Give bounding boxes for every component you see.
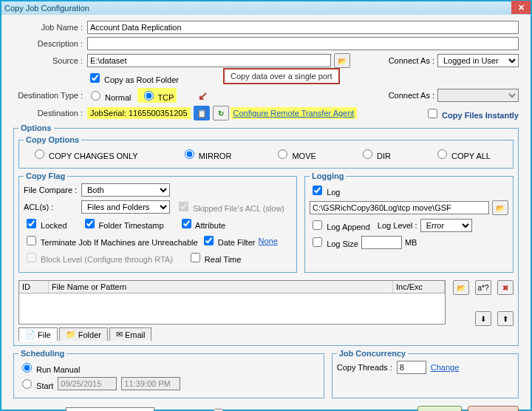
dest-type-label: Destination Type : — [13, 91, 87, 100]
dest-type-normal-radio[interactable]: Normal — [87, 89, 132, 102]
dir-radio[interactable]: DIR — [359, 147, 391, 160]
dest-type-tcp-radio[interactable]: TCP — [137, 88, 177, 103]
folder-ts-checkbox[interactable]: Folder Timestamp — [82, 217, 164, 231]
logging-legend: Logging — [310, 171, 346, 180]
col-id: ID — [19, 281, 49, 293]
wildcard-filter-button[interactable]: a*? — [475, 280, 491, 295]
connect-as-1-label: Connect As : — [389, 56, 434, 65]
file-compare-select[interactable]: Both — [81, 183, 170, 197]
add-filter-button[interactable]: 📂 — [453, 280, 469, 295]
log-path-input[interactable] — [310, 201, 489, 214]
log-size-checkbox[interactable]: Log Size — [310, 235, 358, 249]
configure-rta-link[interactable]: Configure Remote Transfer Agent — [233, 109, 355, 118]
hint-callout: Copy data over a single port — [223, 68, 340, 84]
source-input[interactable] — [87, 54, 331, 67]
job-name-input[interactable] — [87, 21, 519, 34]
copy-flag-legend: Copy Flag — [24, 171, 67, 180]
copy-options-legend: Copy Options — [24, 135, 81, 144]
terminate-checkbox[interactable]: Terminate Job If Machines are Unreachabl… — [24, 234, 198, 248]
concurrency-group: Job Concurrency Copy Threads : Change — [332, 349, 519, 398]
job-status-select[interactable]: Enabled — [66, 407, 154, 412]
col-incexc: Inc/Exc — [393, 281, 445, 293]
attribute-checkbox[interactable]: Attribute — [179, 217, 225, 231]
copy-serial-button[interactable]: 📋 — [194, 106, 210, 120]
run-as-service-checkbox[interactable]: Run as Service — [211, 407, 286, 411]
log-append-checkbox[interactable]: Log Append — [310, 218, 370, 232]
copy-options-group: Copy Options COPY CHANGES ONLY MIRROR MO… — [18, 135, 514, 169]
locked-checkbox[interactable]: Locked — [24, 217, 67, 231]
tab-folder[interactable]: 📁Folder — [59, 327, 108, 341]
destination-label: Destination : — [13, 109, 87, 118]
move-radio[interactable]: MOVE — [274, 147, 316, 160]
copy-files-instantly-checkbox[interactable]: Copy Files Instantly — [425, 106, 519, 120]
log-size-input[interactable] — [361, 236, 402, 249]
scheduling-group: Scheduling Run Manual Start — [13, 349, 324, 398]
copy-flag-group: Copy Flag File Compare : Both ACL(s) : F… — [18, 171, 297, 273]
export-button[interactable]: ⬆ — [497, 311, 514, 326]
configure-rta-link-wrap: Configure Remote Transfer Agent — [231, 107, 358, 119]
browse-log-button[interactable]: 📂 — [492, 200, 508, 215]
job-serial-display: JobSerial: 1165500351205 — [87, 107, 191, 119]
mb-label: MB — [405, 238, 417, 247]
job-name-label: Job Name : — [13, 23, 87, 32]
start-radio[interactable]: Start — [18, 377, 53, 390]
browse-source-button[interactable]: 📂 — [334, 53, 350, 68]
filter-buttons-column: 📂 a*? ✖ ⬇ ⬆ — [450, 280, 514, 341]
copy-threads-label: Copy Threads : — [337, 363, 392, 372]
real-time-checkbox[interactable]: Real Time — [188, 251, 242, 265]
refresh-button[interactable]: ↻ — [213, 106, 229, 120]
acls-select[interactable]: Files and Folders — [81, 200, 170, 214]
copy-all-radio[interactable]: COPY ALL — [434, 147, 491, 160]
hint-arrow-icon: ↙ — [198, 89, 208, 103]
description-label: Description : — [13, 39, 87, 48]
file-icon: 📄 — [25, 330, 35, 339]
block-level-checkbox: Block Level (Configure through RTA) — [24, 251, 173, 265]
log-level-label: Log Level : — [378, 221, 417, 230]
delete-filter-button[interactable]: ✖ — [497, 280, 514, 295]
dialog-window: Copy Job Configuration ✕ Job Name : Desc… — [0, 0, 532, 411]
import-button[interactable]: ⬇ — [475, 311, 491, 326]
log-checkbox[interactable]: Log — [310, 183, 340, 197]
date-filter-checkbox[interactable]: Date Filter — [201, 234, 256, 248]
col-file: File Name or Pattern — [49, 281, 393, 293]
connect-as-2-label: Connect As : — [389, 91, 434, 100]
sched-time-input[interactable] — [121, 377, 180, 390]
acls-label: ACL(s) : — [24, 203, 81, 211]
window-title: Copy Job Configuration — [4, 4, 511, 13]
tab-email[interactable]: ✉Email — [109, 327, 152, 341]
date-filter-none-link[interactable]: None — [258, 237, 277, 245]
close-button[interactable]: ✕ — [511, 1, 531, 14]
folder-icon: 📁 — [66, 330, 76, 339]
copy-threads-input[interactable] — [397, 361, 426, 374]
logging-group: Logging Log 📂 Log Append Log Level : Err… — [304, 171, 514, 273]
sched-date-input[interactable] — [58, 377, 117, 390]
copy-as-root-checkbox[interactable]: Copy as Root Folder — [87, 71, 179, 85]
scheduling-legend: Scheduling — [18, 349, 66, 358]
source-label: Source : — [13, 56, 87, 65]
save-button[interactable]: ✔Save — [417, 406, 462, 411]
connect-as-1-select[interactable]: Logged in User — [437, 54, 519, 67]
skipped-acl-checkbox[interactable]: Skipped File's ACL (slow) — [176, 200, 284, 214]
file-compare-label: File Compare : — [24, 186, 81, 194]
run-manual-radio[interactable]: Run Manual — [18, 361, 80, 374]
copy-changes-radio[interactable]: COPY CHANGES ONLY — [31, 147, 138, 160]
log-level-select[interactable]: Error — [420, 219, 472, 232]
filters-table: ID File Name or Pattern Inc/Exc — [18, 280, 446, 325]
tab-file[interactable]: 📄File — [18, 327, 58, 341]
options-legend: Options — [18, 123, 54, 132]
cancel-button[interactable]: ⊘Cancel — [468, 406, 519, 411]
options-group: Options Copy Options COPY CHANGES ONLY M… — [13, 123, 519, 346]
mirror-radio[interactable]: MIRROR — [181, 147, 232, 160]
title-bar: Copy Job Configuration ✕ — [1, 1, 531, 15]
change-threads-link[interactable]: Change — [431, 363, 460, 372]
concurrency-legend: Job Concurrency — [337, 349, 408, 358]
email-icon: ✉ — [116, 330, 123, 339]
description-input[interactable] — [87, 37, 519, 50]
connect-as-2-select[interactable] — [437, 89, 519, 102]
